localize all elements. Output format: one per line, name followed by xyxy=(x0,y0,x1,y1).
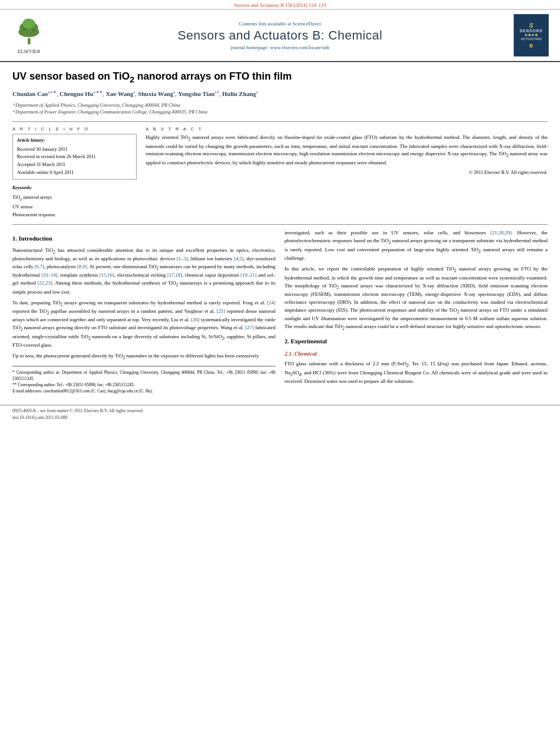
authors-line: Chunlan Caoa,b,∗, Chenguo Hua,∗∗, Xue Wa… xyxy=(12,89,548,99)
intro-para-3: Up to now, the photocurrent generated di… xyxy=(12,352,275,361)
paper-content: UV sensor based on TiO2 nanorod arrays o… xyxy=(0,62,560,400)
footer-doi: doi:10.1016/j.snb.2011.03.080 xyxy=(12,414,548,422)
footer-issn: 0925-4005/$ – see front matter © 2011 El… xyxy=(12,408,548,415)
info-abstract-row: A R T I C L E I N F O Article history: R… xyxy=(12,126,548,219)
author-3: Xue Wang xyxy=(106,90,133,97)
article-info-heading: A R T I C L E I N F O xyxy=(12,126,137,132)
section-21-heading: 2.1. Chemical xyxy=(285,350,548,359)
sensors-logo-s: S xyxy=(529,22,533,29)
divider-1 xyxy=(12,121,548,122)
svg-point-4 xyxy=(23,28,25,30)
keyword-1: TiO2 nanorod arrays xyxy=(12,193,137,203)
right-para-1: investigated, such as their possible use… xyxy=(285,229,548,263)
journal-homepage: journal homepage: www.elsevier.com/locat… xyxy=(49,45,511,50)
footnote-email: E-mail addresses: caochunlan0812@163.com… xyxy=(12,388,275,394)
journal-header: ELSEVIER Contents lists available at Sci… xyxy=(0,10,560,62)
sensors-actuators-logo: S SENSORS ACTUATORS B xyxy=(511,14,551,56)
author-4: Shuxia Wang xyxy=(138,90,173,97)
abstract-heading: A B S T R A C T xyxy=(146,126,548,132)
logo-dots xyxy=(525,34,537,36)
banner-text: Sensors and Actuators B 156 (2011) 114–1… xyxy=(234,2,326,8)
author-1: Chunlan Cao xyxy=(12,90,48,97)
author-6: Hulin Zhang xyxy=(222,90,256,97)
footnote-1: * Corresponding author at: Department of… xyxy=(12,369,275,382)
right-column: investigated, such as their possible use… xyxy=(285,229,548,394)
abstract-text: Highly oriented TiO2 nanorod arrays were… xyxy=(146,134,548,167)
left-column: 1. Introduction Nanostructural TiO2 has … xyxy=(12,229,275,394)
journal-title-area: Contents lists available at ScienceDirec… xyxy=(49,21,511,50)
revised-date: Received in revised form 26 March 2011 xyxy=(17,153,132,161)
keywords-label: Keywords: xyxy=(12,184,137,192)
sensors-logo-box: S SENSORS ACTUATORS B xyxy=(514,14,549,56)
svg-point-3 xyxy=(23,19,35,29)
footnotes-area: * Corresponding author at: Department of… xyxy=(12,366,275,395)
sensors-text: SENSORS xyxy=(519,29,542,33)
article-history-box: Article history: Received 30 January 201… xyxy=(12,134,137,180)
divider-2 xyxy=(12,224,548,225)
keywords-box: Keywords: TiO2 nanorod arrays UV sensor … xyxy=(12,184,137,219)
intro-para-2: To date, preparing TiO2 arrays growing o… xyxy=(12,299,275,350)
affiliations: ᵃ Department of Applied Physics, Chongqi… xyxy=(12,102,548,116)
dot3 xyxy=(532,34,534,36)
right-para-2: In this article, we report the controlla… xyxy=(285,265,548,331)
accepted-date: Accepted 31 March 2011 xyxy=(17,161,132,169)
paper-title: UV sensor based on TiO2 nanorod arrays o… xyxy=(12,70,548,85)
homepage-url[interactable]: www.elsevier.com/locate/snb xyxy=(270,45,329,50)
abstract-col: A B S T R A C T Highly oriented TiO2 nan… xyxy=(146,126,548,219)
elsevier-logo: ELSEVIER xyxy=(9,16,49,54)
affiliation-b: ᵄ Department of Power Engineer, Chongqin… xyxy=(12,108,548,116)
intro-para-1: Nanostructural TiO2 has attracted consid… xyxy=(12,247,275,296)
dot4 xyxy=(535,34,537,36)
footnote-2: ** Corresponding author. Tel.: +86 23651… xyxy=(12,382,275,388)
science-direct-link[interactable]: Contents lists available at ScienceDirec… xyxy=(49,21,511,27)
logo-b: B xyxy=(530,43,533,49)
chemical-para: FTO glass substrate with a thickness of … xyxy=(285,360,548,386)
keyword-2: UV sensor xyxy=(12,203,137,211)
journal-banner: Sensors and Actuators B 156 (2011) 114–1… xyxy=(0,0,560,10)
intro-heading: 1. Introduction xyxy=(12,234,275,243)
affiliation-a: ᵃ Department of Applied Physics, Chongqi… xyxy=(12,102,548,109)
svg-rect-0 xyxy=(28,38,30,45)
homepage-label: journal homepage: xyxy=(231,45,269,50)
section-2-heading: 2. Experimental xyxy=(285,337,548,346)
history-label: Article history: xyxy=(17,137,132,145)
elsevier-tree-icon xyxy=(14,16,45,47)
keyword-3: Photocurrent response xyxy=(12,211,137,219)
dot2 xyxy=(528,34,531,36)
received-date: Received 30 January 2011 xyxy=(17,146,132,154)
author-5: Yongshu Tian xyxy=(178,90,215,97)
dot1 xyxy=(525,34,527,36)
article-info-col: A R T I C L E I N F O Article history: R… xyxy=(12,126,137,219)
footer-bar: 0925-4005/$ – see front matter © 2011 El… xyxy=(0,405,560,425)
elsevier-label: ELSEVIER xyxy=(18,49,40,54)
author-2: Chenguo Hu xyxy=(60,90,94,97)
available-date: Available online 8 April 2011 xyxy=(17,169,132,177)
abstract-copyright: © 2011 Elsevier B.V. All rights reserved… xyxy=(146,169,548,175)
journal-name: Sensors and Actuators B: Chemical xyxy=(49,28,511,43)
body-columns: 1. Introduction Nanostructural TiO2 has … xyxy=(12,229,548,394)
actuators-text: ACTUATORS xyxy=(520,37,541,42)
svg-point-5 xyxy=(32,29,34,32)
